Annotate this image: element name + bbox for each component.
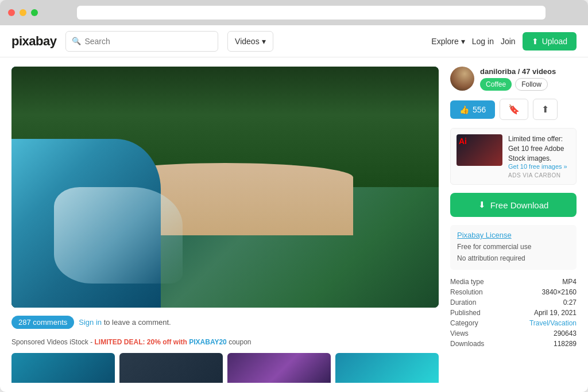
meta-value: 0:27 [563, 298, 577, 306]
meta-row: Views290643 [450, 329, 577, 337]
explore-button[interactable]: Explore ▾ [431, 37, 465, 46]
download-icon: ⬇ [478, 200, 486, 210]
user-meta: daniloriba / 47 videos Coffee Follow [480, 67, 577, 91]
meta-value: 118289 [554, 340, 577, 348]
title-bar [0, 0, 588, 25]
license-line-2: No attribution required [457, 253, 570, 264]
meta-label: Category [450, 319, 478, 327]
sponsored-deal: LIMITED DEAL: 20% off with [95, 338, 189, 346]
license-section: Pixabay License Free for commercial use … [450, 225, 577, 269]
meta-value: April 19, 2021 [534, 309, 577, 317]
media-type-label: Videos [235, 37, 260, 46]
maximize-window-btn[interactable] [31, 9, 38, 16]
bookmark-button[interactable]: 🔖 [500, 99, 528, 120]
ad-text-col: Limited time offer: Get 10 free Adobe St… [508, 134, 570, 178]
meta-value[interactable]: Travel/Vacation [529, 319, 577, 327]
like-count: 556 [473, 105, 486, 114]
sidebar: daniloriba / 47 videos Coffee Follow 👍 5… [450, 67, 577, 383]
ad-description: Limited time offer: Get 10 free Adobe St… [508, 134, 570, 163]
close-window-btn[interactable] [8, 9, 15, 16]
ad-image[interactable]: Ai [457, 134, 502, 166]
meta-label: Views [450, 329, 469, 337]
meta-row: PublishedApril 19, 2021 [450, 309, 577, 317]
related-thumb-1[interactable] [11, 353, 115, 383]
meta-row: CategoryTravel/Vacation [450, 319, 577, 327]
upload-button[interactable]: ⬆ Upload [523, 32, 577, 51]
meta-row: Resolution3840×2160 [450, 288, 577, 296]
search-bar: 🔍 [65, 31, 218, 52]
metadata-section: Media typeMP4Resolution3840×2160Duration… [450, 278, 577, 348]
username: daniloriba / 47 videos [480, 67, 577, 76]
foam-visual [54, 187, 182, 284]
follow-button[interactable]: Follow [515, 78, 548, 91]
sponsored-prefix: Sponsored Videos iStock - [11, 338, 95, 346]
sign-in-prompt: Sign in to leave a comment. [79, 318, 171, 327]
ad-cta-link[interactable]: Get 10 free images » [508, 163, 570, 170]
license-line-1: Free for commercial use [457, 242, 570, 253]
video-thumbnail [11, 67, 439, 308]
meta-value: 3840×2160 [542, 288, 577, 296]
upload-icon: ⬆ [532, 37, 539, 46]
media-type-dropdown[interactable]: Videos ▾ [227, 31, 273, 52]
meta-label: Downloads [450, 340, 484, 348]
user-info: daniloriba / 47 videos Coffee Follow [450, 67, 577, 91]
comments-badge[interactable]: 287 comments [11, 316, 74, 329]
main-content: 287 comments Sign in to leave a comment.… [0, 57, 588, 392]
license-title[interactable]: Pixabay License [457, 231, 570, 239]
meta-row: Downloads118289 [450, 340, 577, 348]
sign-in-link[interactable]: Sign in [79, 318, 102, 327]
navbar: pixabay 🔍 Videos ▾ Explore ▾ Log in Join… [0, 25, 588, 57]
chevron-down-icon: ▾ [262, 37, 266, 46]
share-icon: ⬆ [541, 104, 549, 114]
related-thumb-4[interactable] [335, 353, 439, 383]
login-button[interactable]: Log in [472, 37, 494, 46]
ad-banner: Ai Limited time offer: Get 10 free Adobe… [450, 128, 577, 185]
ad-image-visual: Ai [457, 134, 502, 166]
leave-comment-text: to leave a comment. [102, 318, 171, 327]
address-bar[interactable] [77, 6, 546, 20]
user-actions: Coffee Follow [480, 78, 577, 91]
search-input[interactable] [84, 37, 212, 46]
site-logo[interactable]: pixabay [11, 34, 56, 49]
meta-row: Duration0:27 [450, 298, 577, 306]
avatar[interactable] [450, 67, 474, 91]
meta-label: Duration [450, 298, 476, 306]
app-container: pixabay 🔍 Videos ▾ Explore ▾ Log in Join… [0, 25, 588, 392]
related-thumb-3[interactable] [227, 353, 331, 383]
minimize-window-btn[interactable] [20, 9, 26, 16]
meta-label: Published [450, 309, 481, 317]
meta-value: 290643 [554, 329, 577, 337]
chevron-down-icon: ▾ [461, 37, 465, 46]
sponsored-suffix: coupon [227, 338, 252, 346]
comments-bar: 287 comments Sign in to leave a comment. [11, 316, 439, 329]
meta-value: MP4 [562, 278, 577, 286]
like-button[interactable]: 👍 556 [450, 100, 495, 119]
meta-label: Resolution [450, 288, 483, 296]
download-button[interactable]: ⬇ Free Download [450, 193, 577, 217]
action-row: 👍 556 🔖 ⬆ [450, 99, 577, 120]
video-container[interactable] [11, 67, 439, 308]
avatar-image [450, 67, 474, 91]
bookmark-icon: 🔖 [508, 104, 520, 114]
coffee-button[interactable]: Coffee [480, 78, 512, 91]
ads-via-label: ADS VIA CARBON [508, 172, 570, 178]
search-icon: 🔍 [72, 37, 81, 45]
join-button[interactable]: Join [501, 37, 516, 46]
meta-label: Media type [450, 278, 484, 286]
thumbnail-strip [11, 353, 439, 383]
meta-row: Media typeMP4 [450, 278, 577, 286]
share-button[interactable]: ⬆ [533, 99, 558, 120]
adobe-logo: Ai [459, 137, 467, 146]
nav-actions: Explore ▾ Log in Join ⬆ Upload [431, 32, 577, 51]
upload-label: Upload [542, 37, 567, 46]
sponsored-code[interactable]: PIXABAY20 [189, 338, 227, 346]
sponsored-bar: Sponsored Videos iStock - LIMITED DEAL: … [11, 336, 439, 346]
related-thumb-2[interactable] [119, 353, 223, 383]
video-section: 287 comments Sign in to leave a comment.… [11, 67, 439, 383]
thumbs-up-icon: 👍 [459, 105, 469, 114]
explore-label: Explore [431, 37, 458, 46]
download-label: Free Download [490, 200, 549, 210]
